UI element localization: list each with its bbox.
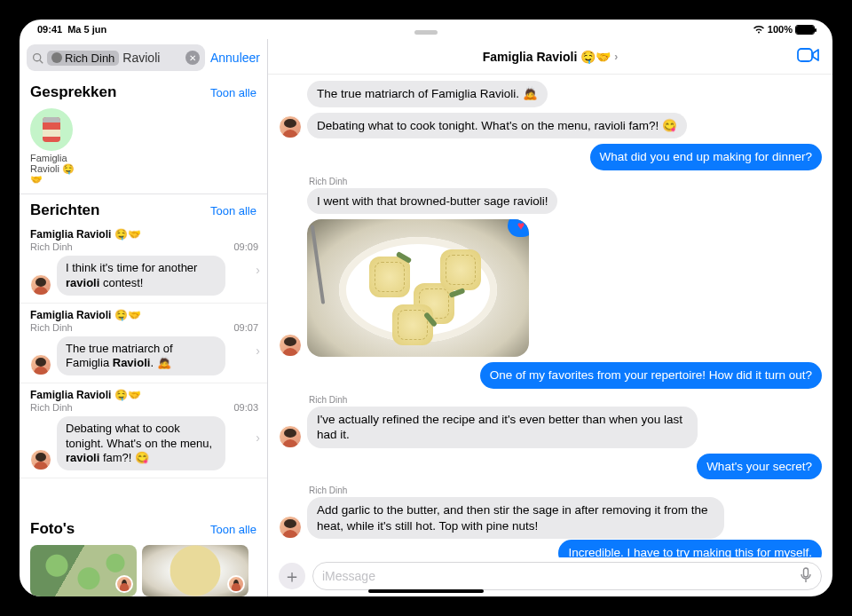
- composer: ＋ iMessage: [268, 557, 832, 596]
- outgoing-message: What's your secret?: [279, 454, 822, 480]
- love-tapback[interactable]: ♥: [508, 219, 529, 237]
- section-title: Berichten: [30, 201, 99, 219]
- status-bar: 09:41 Ma 5 jun 100%: [20, 20, 832, 39]
- chat-pane: Famiglia Ravioli 🤤🤝 › The true matriarch…: [268, 39, 832, 596]
- search-row: Rich Dinh Ravioli ✕ Annuleer: [20, 39, 267, 76]
- message-result[interactable]: Famiglia Ravioli 🤤🤝 Rich Dinh09:07 The t…: [20, 304, 267, 384]
- sender-avatar: [30, 354, 51, 375]
- apps-button[interactable]: ＋: [279, 563, 305, 589]
- photo-result[interactable]: [142, 545, 248, 596]
- show-all-link[interactable]: Toon alle: [210, 86, 256, 99]
- show-all-link[interactable]: Toon alle: [210, 523, 256, 536]
- conversation-name: Famiglia Ravioli 🤤🤝: [30, 153, 82, 185]
- section-title: Gesprekken: [30, 83, 116, 101]
- sender-avatar: [115, 575, 133, 593]
- chip-label: Rich Dinh: [65, 51, 114, 65]
- search-icon: [32, 52, 43, 64]
- photos-strip: [20, 541, 267, 596]
- plus-icon: ＋: [283, 565, 301, 588]
- incoming-message: The true matriarch of Famiglia Ravioli. …: [279, 81, 822, 107]
- chevron-right-icon: ›: [614, 51, 618, 63]
- conversations-header: Gesprekken Toon alle: [20, 76, 267, 105]
- image-attachment[interactable]: ♥: [307, 219, 529, 357]
- sender-avatar: [279, 334, 302, 357]
- battery-icon: [795, 25, 815, 35]
- outgoing-message: What did you end up making for dinner?: [279, 144, 822, 170]
- sender-avatar: [279, 516, 302, 539]
- sender-avatar: [279, 115, 302, 138]
- clear-search-icon[interactable]: ✕: [185, 51, 200, 65]
- chevron-right-icon: ›: [256, 263, 260, 277]
- wifi-icon: [753, 25, 765, 34]
- message-input[interactable]: iMessage: [312, 562, 822, 590]
- sender-avatar: [30, 449, 51, 470]
- chat-title-button[interactable]: Famiglia Ravioli 🤤🤝 ›: [483, 50, 618, 64]
- incoming-image-message: ♥: [279, 219, 822, 357]
- sender-avatar: [279, 425, 302, 448]
- svg-rect-2: [798, 49, 812, 61]
- message-result[interactable]: Famiglia Ravioli 🤤🤝 Rich Dinh09:03 Debat…: [20, 383, 267, 478]
- outgoing-message: One of my favorites from your repertoire…: [279, 362, 822, 389]
- section-title: Foto's: [30, 520, 75, 538]
- svg-point-0: [34, 53, 41, 60]
- group-avatar: [30, 108, 73, 151]
- can-icon: [43, 117, 60, 142]
- sender-label: Rich Dinh: [309, 395, 822, 405]
- sender-avatar: [30, 274, 51, 296]
- message-preview: Debating what to cook tonight. What's on…: [57, 416, 225, 470]
- message-preview: I think it's time for another ravioli co…: [57, 256, 225, 296]
- message-result[interactable]: Famiglia Ravioli 🤤🤝 Rich Dinh09:09 I thi…: [20, 223, 267, 304]
- person-icon: [51, 52, 62, 63]
- photos-header: Foto's Toon alle: [20, 513, 267, 541]
- cancel-search-button[interactable]: Annuleer: [210, 51, 260, 65]
- chat-header: Famiglia Ravioli 🤤🤝 ›: [268, 39, 832, 75]
- sidebar: Rich Dinh Ravioli ✕ Annuleer Gesprekken …: [20, 39, 268, 596]
- message-thread[interactable]: The true matriarch of Famiglia Ravioli. …: [268, 75, 832, 557]
- search-query: Ravioli: [122, 51, 182, 65]
- show-all-link[interactable]: Toon alle: [210, 204, 256, 217]
- chevron-right-icon: ›: [256, 430, 260, 445]
- svg-rect-3: [804, 568, 809, 577]
- video-icon: [797, 47, 820, 63]
- photo-result[interactable]: [30, 545, 137, 596]
- incoming-message: Add garlic to the butter, and then stir …: [279, 497, 822, 539]
- status-date: Ma 5 jun: [67, 24, 106, 35]
- sender-avatar: [227, 575, 245, 593]
- heart-icon: ♥: [517, 219, 525, 233]
- home-indicator[interactable]: [368, 589, 484, 593]
- multitasking-handle[interactable]: [414, 30, 438, 35]
- dictate-button[interactable]: [800, 567, 812, 586]
- messages-header: Berichten Toon alle: [20, 194, 267, 223]
- sender-label: Rich Dinh: [309, 486, 822, 495]
- outgoing-message: Incredible. I have to try making this fo…: [279, 540, 822, 557]
- placeholder: iMessage: [322, 569, 800, 583]
- status-time: 09:41: [37, 24, 62, 35]
- message-preview: The true matriarch of Famiglia Ravioli. …: [57, 336, 225, 376]
- facetime-button[interactable]: [797, 47, 820, 66]
- conversation-result[interactable]: Famiglia Ravioli 🤤🤝: [20, 105, 267, 194]
- incoming-message: I've actually refined the recipe and it'…: [279, 407, 822, 448]
- sender-label: Rich Dinh: [309, 177, 822, 186]
- search-field[interactable]: Rich Dinh Ravioli ✕: [27, 44, 205, 71]
- chevron-right-icon: ›: [256, 344, 260, 358]
- battery-percent: 100%: [768, 24, 793, 35]
- incoming-message: I went with that browned-butter sage rav…: [279, 188, 822, 215]
- message-results-list: Famiglia Ravioli 🤤🤝 Rich Dinh09:09 I thi…: [20, 223, 267, 513]
- svg-line-1: [40, 59, 43, 62]
- search-chip-person[interactable]: Rich Dinh: [47, 51, 119, 66]
- ipad-frame: 09:41 Ma 5 jun 100% Rich Dinh Ravioli ✕: [9, 9, 843, 607]
- mic-icon: [800, 567, 812, 583]
- incoming-message: Debating what to cook tonight. What's on…: [279, 113, 822, 139]
